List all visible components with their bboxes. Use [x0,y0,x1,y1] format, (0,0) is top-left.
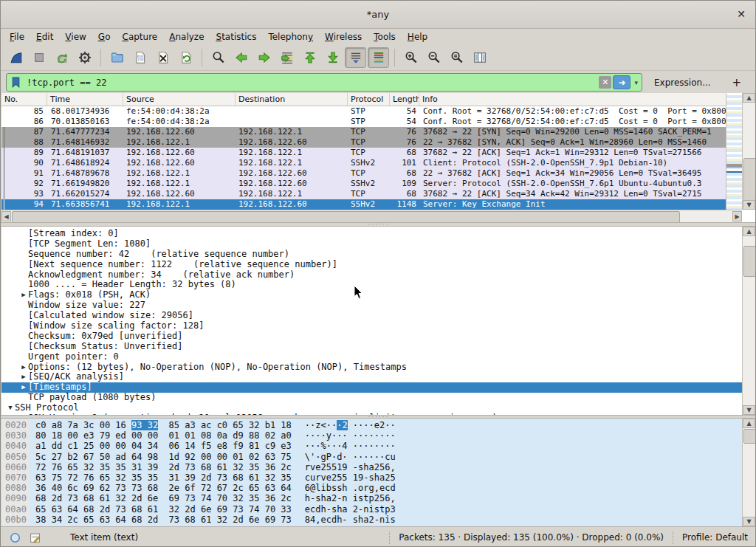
filter-clear-icon[interactable]: ✕ [599,76,611,89]
hex-bytes[interactable]: a1 dd c1 25 00 00 04 34 06 14 f5 e8 f9 8… [35,441,292,451]
hex-bytes[interactable]: 65 63 64 68 2d 73 68 61 32 2d 6e 69 73 7… [35,504,292,515]
filter-dropdown-icon[interactable]: ▾ [630,79,642,86]
packet-row-86[interactable]: 8670.013850163fe:54:00:d4:38:2aSTP54Conf… [1,117,728,127]
hex-row-0060[interactable]: 006072 76 65 32 35 35 31 39 2d 73 68 61 … [1,462,743,472]
menu-capture[interactable]: Capture [116,30,163,44]
hex-row-0030[interactable]: 003080 18 00 e3 79 ed 00 00 01 01 08 0a … [1,430,743,441]
detail-line-5[interactable]: 1000 .... = Header Length: 32 bytes (8) [1,280,743,290]
scroll-down-icon[interactable]: ▼ [743,405,755,415]
scroll-up-icon[interactable]: ▲ [743,419,755,428]
detail-line-11[interactable]: [Checksum Status: Unverified] [1,342,743,352]
menu-wireless[interactable]: Wireless [319,30,368,44]
go-back-button[interactable] [230,47,252,68]
go-last-button[interactable] [322,47,343,68]
detail-line-4[interactable]: Acknowledgment number: 34 (relative ack … [1,270,743,281]
column-header-info[interactable]: Info [419,93,728,106]
detail-line-8[interactable]: [Calculated window size: 29056] [1,311,743,321]
go-forward-button[interactable] [253,47,275,68]
hex-ascii[interactable]: curve255 19-sha25 [305,472,396,483]
scrollbar-thumb[interactable] [743,158,756,201]
hex-ascii[interactable]: 84,ecdh- sha2-nis [305,515,396,525]
detail-line-15[interactable]: ▶[Timestamps] [1,382,743,393]
detail-line-9[interactable]: [Window size scaling factor: 128] [1,321,743,331]
hex-ascii[interactable]: h-sha2-n istp256, [305,493,396,503]
packet-row-94[interactable]: 9471.663856741192.168.122.1192.168.122.6… [1,199,728,210]
expand-icon[interactable]: ▶ [19,372,28,382]
reload-file-button[interactable] [175,47,196,68]
colorize-button[interactable] [368,47,389,68]
go-first-button[interactable] [299,47,320,68]
menu-go[interactable]: Go [92,30,117,44]
hex-bytes[interactable]: c0 a8 7a 3c 00 16 93 32 85 a3 ac c0 65 3… [35,420,292,430]
filter-apply-icon[interactable]: ➜ [613,75,630,89]
packet-row-91[interactable]: 9171.648789678192.168.122.1192.168.122.6… [1,168,728,179]
detail-line-12[interactable]: Urgent pointer: 0 [1,352,743,362]
detail-line-13[interactable]: ▶Options: (12 bytes), No-Operation (NOP)… [1,362,743,373]
display-filter-field[interactable]: !tcp.port == 22 ✕ ➜ ▾ [6,73,642,92]
profile-status[interactable]: Profile: Default [673,531,756,544]
expression-button[interactable]: Expression... [654,78,711,88]
menu-edit[interactable]: Edit [30,30,59,44]
scroll-left-icon[interactable]: ◀ [1,211,11,221]
packet-row-87[interactable]: 8771.647777234192.168.122.60192.168.122.… [1,127,728,137]
scrollbar-thumb[interactable] [12,211,680,223]
resize-columns-button[interactable] [469,47,490,68]
detail-line-6[interactable]: ▶Flags: 0x018 (PSH, ACK) [1,290,743,300]
menu-statistics[interactable]: Statistics [210,30,263,44]
packet-row-93[interactable]: 9371.662015274192.168.122.60192.168.122.… [1,189,728,199]
detail-line-7[interactable]: Window size value: 227 [1,300,743,311]
zoom-in-button[interactable] [400,47,422,68]
hex-bytes[interactable]: 68 2d 73 68 61 32 2d 6e 69 73 74 70 32 3… [35,493,292,503]
expert-info-icon[interactable] [10,532,21,543]
hex-row-0040[interactable]: 0040a1 dd c1 25 00 00 04 34 06 14 f5 e8 … [1,441,743,451]
packet-row-92[interactable]: 9271.661949820192.168.122.1192.168.122.6… [1,179,728,189]
hex-ascii[interactable]: ····y··· ········ [305,430,396,441]
hex-ascii[interactable]: ecdh-sha 2-nistp3 [305,504,396,515]
scroll-right-icon[interactable]: ▶ [732,211,742,221]
menu-tools[interactable]: Tools [368,30,402,44]
collapse-icon[interactable]: ▼ [6,403,15,413]
hex-row-0090[interactable]: 009068 2d 73 68 61 32 2d 6e 69 73 74 70 … [1,493,743,503]
scrollbar-thumb[interactable] [743,429,756,444]
hex-ascii[interactable]: \'·gP·d· ······cu [305,452,396,462]
start-capture-button[interactable] [5,47,27,68]
scroll-up-icon[interactable]: ▲ [743,93,755,103]
column-header-protocol[interactable]: Protocol [348,93,390,106]
filter-input[interactable]: !tcp.port == 22 [24,78,599,88]
column-header-length[interactable]: Length [390,93,419,106]
hex-row-00b0[interactable]: 00b038 34 2c 65 63 64 68 2d 73 68 61 32 … [1,515,743,525]
title-bar[interactable]: *any ✕ [1,1,755,29]
packet-row-88[interactable]: 8871.648146932192.168.122.1192.168.122.6… [1,137,728,148]
hex-bytes[interactable]: 36 40 6c 69 62 73 73 68 2e 6f 72 67 2c 6… [35,483,292,493]
menu-telephony[interactable]: Telephony [262,30,319,44]
close-icon[interactable]: ✕ [737,7,746,21]
restart-capture-button[interactable] [51,47,72,68]
hex-bytes[interactable]: 72 76 65 32 35 35 31 39 2d 73 68 61 32 3… [35,462,292,472]
hex-ascii[interactable]: 6@libssh .org,ecd [305,483,396,493]
find-packet-button[interactable] [207,47,229,68]
save-file-button[interactable]: 01011101 [129,47,151,68]
go-to-packet-button[interactable] [276,47,298,68]
detail-line-17[interactable]: ▼SSH Protocol [1,403,743,413]
detail-line-3[interactable]: [Next sequence number: 1122 (relative se… [1,260,743,270]
close-file-button[interactable] [152,47,173,68]
bookmark-icon[interactable] [7,74,24,91]
column-header-source[interactable]: Source [123,93,236,106]
hex-bytes[interactable]: 63 75 72 76 65 32 35 35 31 39 2d 73 68 6… [35,472,292,483]
bytes-vscrollbar[interactable]: ▲ ▼ [742,419,755,526]
hex-bytes[interactable]: 5c 27 b2 67 50 ad 64 98 1d 92 00 00 01 0… [35,452,292,462]
hex-bytes[interactable]: 80 18 00 e3 79 ed 00 00 01 01 08 0a d9 8… [35,430,292,441]
hex-row-0020[interactable]: 0020c0 a8 7a 3c 00 16 93 32 85 a3 ac c0 … [1,420,743,430]
add-filter-button[interactable]: + [727,76,746,89]
hex-ascii[interactable]: ··z<···2 ····e2·· [305,420,396,430]
capture-options-button[interactable] [74,47,95,68]
detail-line-16[interactable]: TCP payload (1080 bytes) [1,393,743,403]
autoscroll-button[interactable] [345,47,366,68]
detail-line-2[interactable]: Sequence number: 42 (relative sequence n… [1,250,743,260]
expand-icon[interactable]: ▶ [19,382,28,393]
menu-analyze[interactable]: Analyze [163,30,210,44]
scroll-down-icon[interactable]: ▼ [743,200,755,210]
capture-comment-icon[interactable] [30,532,41,543]
hex-row-00a0[interactable]: 00a065 63 64 68 2d 73 68 61 32 2d 6e 69 … [1,504,743,515]
zoom-original-button[interactable] [446,47,467,68]
